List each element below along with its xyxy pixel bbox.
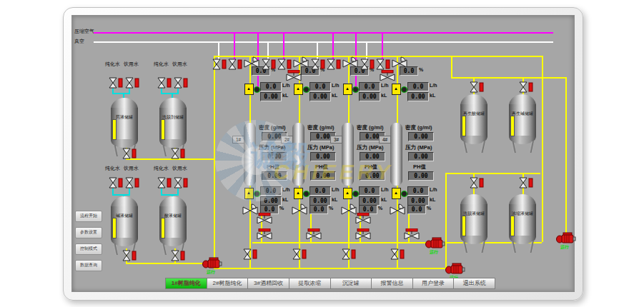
nav-tab-alarms[interactable]: 报警信息 xyxy=(372,278,413,289)
nav-tab-resin2[interactable]: 2#树脂纯化 xyxy=(207,278,249,289)
flow-rate-display: 0.0 xyxy=(407,82,429,91)
nav-tab-exit[interactable]: 退出系统 xyxy=(454,278,495,289)
flow-rate-unit: L/h xyxy=(430,187,437,192)
valve-icon[interactable] xyxy=(342,248,356,260)
flow-meter-icon[interactable] xyxy=(392,84,401,95)
valve-icon[interactable] xyxy=(228,59,242,70)
valve-opening-display: 0.0 xyxy=(309,205,328,214)
flow-meter-icon[interactable] xyxy=(392,188,401,199)
valve-icon[interactable] xyxy=(360,59,375,70)
valve-icon[interactable] xyxy=(311,59,325,70)
tank-bottom-right-2[interactable]: 浓缩液储罐 xyxy=(508,194,537,254)
flow-rate-display: 0.0 xyxy=(359,82,380,91)
percent-unit: % xyxy=(279,206,284,211)
resin-column[interactable] xyxy=(244,123,256,186)
valve-icon[interactable] xyxy=(174,177,188,188)
side-button-3[interactable]: 控制模式 xyxy=(75,243,102,255)
motor-valve-icon[interactable] xyxy=(286,70,302,81)
flow-meter-icon[interactable] xyxy=(244,84,254,95)
valve-icon[interactable] xyxy=(157,177,172,188)
resin-column[interactable] xyxy=(292,123,304,186)
valve-icon[interactable] xyxy=(327,59,341,70)
side-button-4[interactable]: 数据查询 xyxy=(75,260,102,271)
pipe xyxy=(126,158,214,160)
side-button-1[interactable]: 流程开始 xyxy=(75,211,102,222)
valve-icon[interactable] xyxy=(292,248,307,260)
pipe-water xyxy=(161,194,179,196)
flow-sensor-icon xyxy=(254,191,260,197)
side-button-2[interactable]: 参数设置 xyxy=(75,227,102,238)
percent-unit: % xyxy=(427,206,431,211)
flow-meter-icon[interactable] xyxy=(343,84,352,95)
tank-level-indicator xyxy=(112,218,117,238)
motor-valve-icon[interactable] xyxy=(355,228,371,239)
valve-icon[interactable] xyxy=(243,248,257,260)
flow-rate-display: 0.0 xyxy=(309,82,331,91)
tank-level-indicator xyxy=(462,116,466,136)
ph-display: 0.00 xyxy=(360,171,385,181)
valve-icon[interactable] xyxy=(171,148,185,159)
control-valve-icon[interactable] xyxy=(390,203,407,215)
resin-column[interactable] xyxy=(390,123,402,186)
nav-tab-resin1[interactable]: 1#树脂纯化 xyxy=(165,278,207,289)
valve-icon[interactable] xyxy=(125,177,139,188)
tank-name: 再生碱储罐 xyxy=(508,111,537,116)
nav-tab-extraction[interactable]: 提取浓缩 xyxy=(289,278,331,289)
tank-bottom-left-1[interactable]: 碱液储罐 xyxy=(110,196,139,256)
flow-meter-icon[interactable] xyxy=(294,84,303,95)
valve-icon[interactable] xyxy=(125,77,139,89)
flow-meter-icon[interactable] xyxy=(294,188,303,199)
motor-valve-icon[interactable] xyxy=(404,228,420,239)
valve-icon[interactable] xyxy=(376,59,390,70)
valve-icon[interactable] xyxy=(470,81,484,93)
valve-icon[interactable] xyxy=(122,250,137,261)
valve-icon[interactable] xyxy=(519,81,533,93)
ph-display: 0.00 xyxy=(408,171,434,181)
valve-icon[interactable] xyxy=(519,177,533,188)
motor-valve-icon[interactable] xyxy=(306,228,322,239)
pump-icon[interactable] xyxy=(445,262,465,274)
valve-icon[interactable] xyxy=(277,59,292,70)
flow-meter-icon[interactable] xyxy=(244,188,254,199)
pipe xyxy=(252,242,542,243)
tank-leg xyxy=(529,141,533,153)
pressure-label: 压力 (MPa) xyxy=(307,144,335,151)
pump-icon[interactable] xyxy=(556,231,576,243)
valve-icon[interactable] xyxy=(390,248,405,260)
valve-icon[interactable] xyxy=(262,59,276,70)
valve-icon[interactable] xyxy=(470,177,484,188)
nav-tab-sedimentation[interactable]: 沉淀罐 xyxy=(331,278,372,289)
valve-icon[interactable] xyxy=(157,77,172,89)
tank-bottom-left-2[interactable]: 酸液储罐 xyxy=(159,196,187,256)
valve-icon[interactable] xyxy=(171,250,185,261)
valve-icon[interactable] xyxy=(109,77,123,89)
pipe-compressed-air xyxy=(94,32,553,34)
valve-icon[interactable] xyxy=(122,148,137,159)
tank-top-right-2[interactable]: 再生碱储罐 xyxy=(508,94,537,154)
flow-total-display: 0.00 xyxy=(260,92,282,101)
flow-total-unit: kL xyxy=(381,93,387,98)
tank-bottom-right-1[interactable]: 洗脱液储罐 xyxy=(460,194,488,254)
control-valve-icon[interactable] xyxy=(292,203,309,215)
resin-column[interactable] xyxy=(342,123,354,186)
flow-total-display: 0.00 xyxy=(359,92,380,101)
pump-icon[interactable] xyxy=(202,256,222,268)
flow-rate-unit: L/h xyxy=(381,187,389,192)
motor-valve-icon[interactable] xyxy=(257,228,272,239)
motor-valve-icon[interactable] xyxy=(257,213,272,223)
flow-meter-icon[interactable] xyxy=(343,188,352,199)
nav-tab-alcohol-recovery[interactable]: 3#酒精回收 xyxy=(248,278,289,289)
flow-rate-unit: L/h xyxy=(282,187,290,192)
purified-water-label: 纯化水 xyxy=(154,165,169,171)
valve-icon[interactable] xyxy=(109,177,123,188)
valve-icon[interactable] xyxy=(174,77,188,89)
column-id-tag: 2# xyxy=(281,136,293,144)
nav-tab-login[interactable]: 用户登录 xyxy=(413,278,455,289)
tank-top-right-1[interactable]: 再生酸储罐 xyxy=(460,94,488,154)
valve-icon[interactable] xyxy=(212,59,227,70)
tank-level-indicator xyxy=(161,119,165,140)
flow-total-unit: kL xyxy=(282,93,288,98)
motor-valve-icon[interactable] xyxy=(380,70,395,81)
pump-icon[interactable] xyxy=(425,236,445,248)
motor-valve-icon[interactable] xyxy=(355,213,371,223)
